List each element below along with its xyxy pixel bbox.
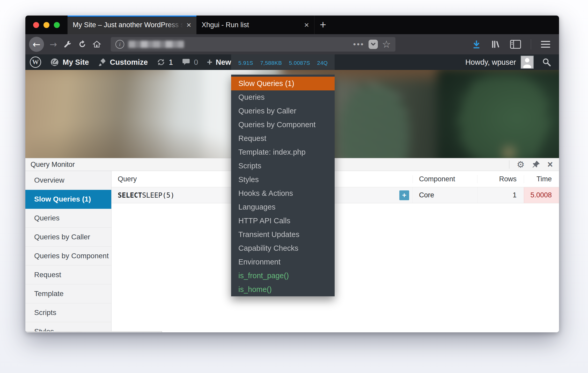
link-status-bar: /#qm-query-expensive bbox=[25, 331, 162, 332]
qm-page-time: 5.91s bbox=[238, 58, 253, 67]
comments-count: 0 bbox=[194, 58, 198, 67]
site-info-icon[interactable]: i bbox=[115, 40, 124, 49]
table-row: SELECT SLEEP(5) + Core 1 5.0008 bbox=[112, 187, 559, 203]
qm-panel-title: Query Monitor bbox=[31, 161, 75, 169]
qm-menu-is-front-page[interactable]: is_front_page() bbox=[231, 269, 335, 283]
comment-bubble-icon bbox=[182, 58, 190, 67]
qm-tab-template[interactable]: Template bbox=[25, 284, 111, 303]
expand-row-button[interactable]: + bbox=[399, 190, 409, 200]
qm-table: Query Component Rows Time SELECT SLEEP(5… bbox=[112, 171, 559, 332]
qm-menu-environment[interactable]: Environment bbox=[231, 255, 335, 269]
zoom-window-button[interactable] bbox=[54, 22, 60, 28]
home-icon[interactable] bbox=[90, 37, 104, 52]
my-site-label: My Site bbox=[63, 58, 89, 67]
column-header-rows[interactable]: Rows bbox=[477, 175, 524, 183]
tab-title: My Site – Just another WordPress si bbox=[73, 21, 183, 29]
browser-tab-bar: My Site – Just another WordPress si × Xh… bbox=[25, 16, 559, 34]
bookmark-star-icon[interactable]: ☆ bbox=[382, 39, 391, 50]
customize-label: Customize bbox=[110, 58, 148, 67]
address-bar[interactable]: i ••• ☆ bbox=[111, 37, 395, 52]
qm-db-time: 5.0087s bbox=[289, 58, 310, 67]
pin-icon[interactable] bbox=[532, 160, 540, 169]
howdy-label: Howdy, wpuser bbox=[465, 58, 516, 67]
forward-icon[interactable]: → bbox=[46, 37, 61, 52]
dashboard-gauge-icon bbox=[50, 58, 59, 67]
qm-tab-scripts[interactable]: Scripts bbox=[25, 303, 111, 322]
plus-icon: + bbox=[207, 58, 212, 67]
qm-menu-http-api-calls[interactable]: HTTP API Calls bbox=[231, 214, 335, 228]
qm-menu-template[interactable]: Template: index.php bbox=[231, 145, 335, 159]
qm-menu-queries[interactable]: Queries bbox=[231, 90, 335, 104]
qm-dropdown-menu: Slow Queries (1) Queries Queries by Call… bbox=[231, 75, 335, 296]
component-cell: Core bbox=[413, 187, 477, 203]
avatar bbox=[521, 56, 534, 69]
qm-tab-slow-queries[interactable]: Slow Queries (1) bbox=[25, 190, 111, 209]
settings-gear-icon[interactable]: ⚙ bbox=[517, 160, 524, 169]
library-icon[interactable] bbox=[491, 40, 500, 49]
sidebar-toggle-icon[interactable] bbox=[510, 40, 521, 49]
window-controls bbox=[25, 16, 68, 34]
qm-tab-styles[interactable]: Styles bbox=[25, 322, 111, 332]
tab-my-site[interactable]: My Site – Just another WordPress si × bbox=[68, 16, 196, 34]
tab-xhgui[interactable]: Xhgui - Run list × bbox=[196, 16, 314, 34]
minimize-window-button[interactable] bbox=[43, 22, 49, 28]
qm-menu-styles[interactable]: Styles bbox=[231, 173, 335, 187]
qm-menu-transient-updates[interactable]: Transient Updates bbox=[231, 228, 335, 241]
close-window-button[interactable] bbox=[33, 22, 39, 28]
qm-menu-request[interactable]: Request bbox=[231, 132, 335, 145]
toolbar-right-icons bbox=[472, 39, 550, 49]
my-site-menu[interactable]: My Site bbox=[46, 54, 93, 70]
back-icon[interactable]: ← bbox=[29, 37, 44, 52]
new-label: New bbox=[216, 58, 231, 67]
new-content-menu[interactable]: + New bbox=[202, 54, 236, 70]
query-monitor-adminbar-item[interactable]: 5.91s 7,588kb 5.0087s 24q bbox=[231, 54, 335, 70]
wordpress-logo-icon: W bbox=[30, 56, 41, 68]
browser-window: My Site – Just another WordPress si × Xh… bbox=[25, 16, 559, 332]
my-account-menu[interactable]: Howdy, wpuser bbox=[465, 54, 559, 70]
qm-menu-queries-by-component[interactable]: Queries by Component bbox=[231, 118, 335, 132]
url-text-redacted bbox=[128, 41, 184, 48]
customize-menu[interactable]: Customize bbox=[93, 54, 152, 70]
qm-tab-queries-by-caller[interactable]: Queries by Caller bbox=[25, 228, 111, 247]
qm-sidebar: Overview Slow Queries (1) Queries Querie… bbox=[25, 171, 112, 332]
page-actions-icon[interactable]: ••• bbox=[353, 40, 364, 49]
qm-tab-request[interactable]: Request bbox=[25, 266, 111, 284]
tab-close-icon[interactable]: × bbox=[304, 21, 309, 29]
new-tab-button[interactable]: + bbox=[314, 16, 332, 34]
rows-cell: 1 bbox=[477, 187, 524, 203]
qm-menu-slow-queries[interactable]: Slow Queries (1) bbox=[231, 77, 335, 90]
wrench-icon[interactable] bbox=[61, 37, 75, 52]
qm-table-header-row: Query Component Rows Time bbox=[112, 171, 559, 187]
qm-menu-queries-by-caller[interactable]: Queries by Caller bbox=[231, 104, 335, 118]
pocket-icon[interactable] bbox=[369, 40, 378, 49]
qm-menu-is-home[interactable]: is_home() bbox=[231, 283, 335, 296]
comments-menu[interactable]: 0 bbox=[177, 54, 202, 70]
updates-count: 1 bbox=[169, 58, 173, 67]
qm-query-count: 24q bbox=[317, 58, 328, 67]
qm-tab-overview[interactable]: Overview bbox=[25, 171, 111, 190]
qm-tab-queries-by-component[interactable]: Queries by Component bbox=[25, 247, 111, 266]
qm-menu-languages[interactable]: Languages bbox=[231, 200, 335, 214]
qm-tab-queries[interactable]: Queries bbox=[25, 209, 111, 228]
qm-memory: 7,588kb bbox=[260, 58, 282, 67]
time-cell: 5.0008 bbox=[524, 187, 559, 203]
tab-title: Xhgui - Run list bbox=[202, 21, 301, 29]
reload-icon[interactable] bbox=[75, 37, 90, 52]
qm-menu-hooks-actions[interactable]: Hooks & Actions bbox=[231, 187, 335, 200]
browser-toolbar: ← → i ••• ☆ bbox=[25, 34, 559, 54]
downloads-icon[interactable] bbox=[472, 40, 481, 49]
qm-close-icon[interactable]: × bbox=[547, 160, 553, 169]
qm-titlebar-separator bbox=[509, 160, 509, 169]
tab-close-icon[interactable]: × bbox=[186, 21, 191, 29]
wp-logo-menu[interactable]: W bbox=[25, 54, 46, 70]
column-header-time[interactable]: Time bbox=[524, 175, 559, 183]
updates-menu[interactable]: 1 bbox=[152, 54, 177, 70]
search-icon[interactable] bbox=[542, 58, 551, 67]
customize-brush-icon bbox=[98, 58, 107, 67]
menu-hamburger-icon[interactable] bbox=[541, 41, 550, 48]
updates-icon bbox=[157, 58, 165, 67]
qm-menu-scripts[interactable]: Scripts bbox=[231, 159, 335, 173]
toolbar-separator bbox=[531, 39, 531, 49]
column-header-component[interactable]: Component bbox=[413, 175, 477, 183]
qm-menu-capability-checks[interactable]: Capability Checks bbox=[231, 241, 335, 255]
